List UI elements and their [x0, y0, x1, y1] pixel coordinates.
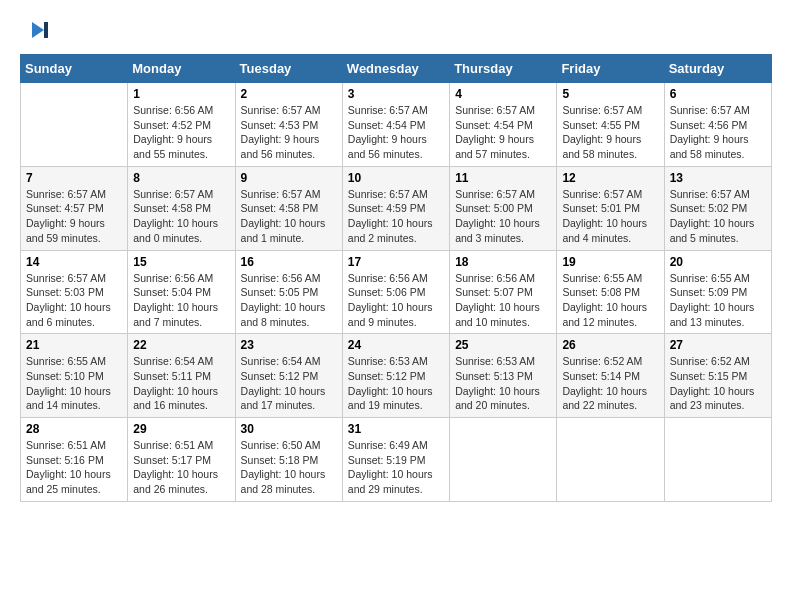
header-day-friday: Friday	[557, 55, 664, 83]
day-info: Sunrise: 6:50 AM Sunset: 5:18 PM Dayligh…	[241, 438, 337, 497]
day-info: Sunrise: 6:54 AM Sunset: 5:11 PM Dayligh…	[133, 354, 229, 413]
day-info: Sunrise: 6:57 AM Sunset: 4:55 PM Dayligh…	[562, 103, 658, 162]
day-info: Sunrise: 6:56 AM Sunset: 5:05 PM Dayligh…	[241, 271, 337, 330]
calendar-cell: 10Sunrise: 6:57 AM Sunset: 4:59 PM Dayli…	[342, 166, 449, 250]
calendar-cell: 13Sunrise: 6:57 AM Sunset: 5:02 PM Dayli…	[664, 166, 771, 250]
calendar-cell	[664, 418, 771, 502]
calendar-cell	[21, 83, 128, 167]
day-info: Sunrise: 6:53 AM Sunset: 5:13 PM Dayligh…	[455, 354, 551, 413]
day-info: Sunrise: 6:52 AM Sunset: 5:15 PM Dayligh…	[670, 354, 766, 413]
day-number: 9	[241, 171, 337, 185]
calendar-cell: 15Sunrise: 6:56 AM Sunset: 5:04 PM Dayli…	[128, 250, 235, 334]
calendar-header-row: SundayMondayTuesdayWednesdayThursdayFrid…	[21, 55, 772, 83]
calendar-cell: 16Sunrise: 6:56 AM Sunset: 5:05 PM Dayli…	[235, 250, 342, 334]
day-number: 11	[455, 171, 551, 185]
header-day-wednesday: Wednesday	[342, 55, 449, 83]
calendar-cell: 1Sunrise: 6:56 AM Sunset: 4:52 PM Daylig…	[128, 83, 235, 167]
day-number: 7	[26, 171, 122, 185]
day-number: 12	[562, 171, 658, 185]
day-info: Sunrise: 6:56 AM Sunset: 5:04 PM Dayligh…	[133, 271, 229, 330]
calendar-cell: 2Sunrise: 6:57 AM Sunset: 4:53 PM Daylig…	[235, 83, 342, 167]
day-number: 21	[26, 338, 122, 352]
header-day-sunday: Sunday	[21, 55, 128, 83]
calendar-week-2: 7Sunrise: 6:57 AM Sunset: 4:57 PM Daylig…	[21, 166, 772, 250]
calendar-cell: 23Sunrise: 6:54 AM Sunset: 5:12 PM Dayli…	[235, 334, 342, 418]
day-number: 24	[348, 338, 444, 352]
calendar-cell: 31Sunrise: 6:49 AM Sunset: 5:19 PM Dayli…	[342, 418, 449, 502]
day-number: 3	[348, 87, 444, 101]
day-number: 23	[241, 338, 337, 352]
header-day-tuesday: Tuesday	[235, 55, 342, 83]
calendar-week-1: 1Sunrise: 6:56 AM Sunset: 4:52 PM Daylig…	[21, 83, 772, 167]
day-number: 16	[241, 255, 337, 269]
header-day-saturday: Saturday	[664, 55, 771, 83]
calendar-cell: 21Sunrise: 6:55 AM Sunset: 5:10 PM Dayli…	[21, 334, 128, 418]
calendar-cell: 12Sunrise: 6:57 AM Sunset: 5:01 PM Dayli…	[557, 166, 664, 250]
day-info: Sunrise: 6:57 AM Sunset: 4:58 PM Dayligh…	[133, 187, 229, 246]
day-info: Sunrise: 6:55 AM Sunset: 5:08 PM Dayligh…	[562, 271, 658, 330]
day-number: 8	[133, 171, 229, 185]
logo-icon	[24, 16, 52, 44]
day-number: 4	[455, 87, 551, 101]
day-info: Sunrise: 6:57 AM Sunset: 4:56 PM Dayligh…	[670, 103, 766, 162]
calendar-cell: 22Sunrise: 6:54 AM Sunset: 5:11 PM Dayli…	[128, 334, 235, 418]
day-number: 26	[562, 338, 658, 352]
calendar-cell: 29Sunrise: 6:51 AM Sunset: 5:17 PM Dayli…	[128, 418, 235, 502]
calendar-cell: 28Sunrise: 6:51 AM Sunset: 5:16 PM Dayli…	[21, 418, 128, 502]
calendar-week-5: 28Sunrise: 6:51 AM Sunset: 5:16 PM Dayli…	[21, 418, 772, 502]
day-info: Sunrise: 6:57 AM Sunset: 5:03 PM Dayligh…	[26, 271, 122, 330]
calendar-cell: 11Sunrise: 6:57 AM Sunset: 5:00 PM Dayli…	[450, 166, 557, 250]
calendar-cell: 26Sunrise: 6:52 AM Sunset: 5:14 PM Dayli…	[557, 334, 664, 418]
day-number: 31	[348, 422, 444, 436]
day-info: Sunrise: 6:52 AM Sunset: 5:14 PM Dayligh…	[562, 354, 658, 413]
calendar-body: 1Sunrise: 6:56 AM Sunset: 4:52 PM Daylig…	[21, 83, 772, 502]
calendar-table: SundayMondayTuesdayWednesdayThursdayFrid…	[20, 54, 772, 502]
day-number: 1	[133, 87, 229, 101]
calendar-cell: 3Sunrise: 6:57 AM Sunset: 4:54 PM Daylig…	[342, 83, 449, 167]
day-number: 30	[241, 422, 337, 436]
day-info: Sunrise: 6:55 AM Sunset: 5:09 PM Dayligh…	[670, 271, 766, 330]
day-info: Sunrise: 6:57 AM Sunset: 5:00 PM Dayligh…	[455, 187, 551, 246]
header-day-thursday: Thursday	[450, 55, 557, 83]
day-info: Sunrise: 6:56 AM Sunset: 5:06 PM Dayligh…	[348, 271, 444, 330]
calendar-cell: 6Sunrise: 6:57 AM Sunset: 4:56 PM Daylig…	[664, 83, 771, 167]
day-number: 22	[133, 338, 229, 352]
day-info: Sunrise: 6:57 AM Sunset: 5:02 PM Dayligh…	[670, 187, 766, 246]
day-info: Sunrise: 6:54 AM Sunset: 5:12 PM Dayligh…	[241, 354, 337, 413]
day-number: 2	[241, 87, 337, 101]
calendar-cell: 8Sunrise: 6:57 AM Sunset: 4:58 PM Daylig…	[128, 166, 235, 250]
calendar-cell: 17Sunrise: 6:56 AM Sunset: 5:06 PM Dayli…	[342, 250, 449, 334]
calendar-cell: 27Sunrise: 6:52 AM Sunset: 5:15 PM Dayli…	[664, 334, 771, 418]
day-number: 19	[562, 255, 658, 269]
day-info: Sunrise: 6:53 AM Sunset: 5:12 PM Dayligh…	[348, 354, 444, 413]
calendar-cell	[557, 418, 664, 502]
calendar-cell: 9Sunrise: 6:57 AM Sunset: 4:58 PM Daylig…	[235, 166, 342, 250]
calendar-cell: 20Sunrise: 6:55 AM Sunset: 5:09 PM Dayli…	[664, 250, 771, 334]
day-info: Sunrise: 6:57 AM Sunset: 4:53 PM Dayligh…	[241, 103, 337, 162]
day-number: 6	[670, 87, 766, 101]
calendar-cell: 5Sunrise: 6:57 AM Sunset: 4:55 PM Daylig…	[557, 83, 664, 167]
day-info: Sunrise: 6:49 AM Sunset: 5:19 PM Dayligh…	[348, 438, 444, 497]
day-number: 15	[133, 255, 229, 269]
calendar-cell: 18Sunrise: 6:56 AM Sunset: 5:07 PM Dayli…	[450, 250, 557, 334]
svg-rect-1	[44, 22, 48, 38]
calendar-cell: 14Sunrise: 6:57 AM Sunset: 5:03 PM Dayli…	[21, 250, 128, 334]
day-number: 27	[670, 338, 766, 352]
calendar-cell: 19Sunrise: 6:55 AM Sunset: 5:08 PM Dayli…	[557, 250, 664, 334]
day-number: 13	[670, 171, 766, 185]
page-header	[20, 16, 772, 44]
day-info: Sunrise: 6:56 AM Sunset: 5:07 PM Dayligh…	[455, 271, 551, 330]
day-number: 29	[133, 422, 229, 436]
header-day-monday: Monday	[128, 55, 235, 83]
day-info: Sunrise: 6:57 AM Sunset: 4:57 PM Dayligh…	[26, 187, 122, 246]
day-info: Sunrise: 6:57 AM Sunset: 4:59 PM Dayligh…	[348, 187, 444, 246]
day-number: 10	[348, 171, 444, 185]
calendar-cell: 4Sunrise: 6:57 AM Sunset: 4:54 PM Daylig…	[450, 83, 557, 167]
day-info: Sunrise: 6:55 AM Sunset: 5:10 PM Dayligh…	[26, 354, 122, 413]
day-number: 20	[670, 255, 766, 269]
day-number: 28	[26, 422, 122, 436]
calendar-cell: 24Sunrise: 6:53 AM Sunset: 5:12 PM Dayli…	[342, 334, 449, 418]
logo	[20, 16, 52, 44]
svg-marker-0	[32, 22, 44, 38]
day-info: Sunrise: 6:51 AM Sunset: 5:17 PM Dayligh…	[133, 438, 229, 497]
